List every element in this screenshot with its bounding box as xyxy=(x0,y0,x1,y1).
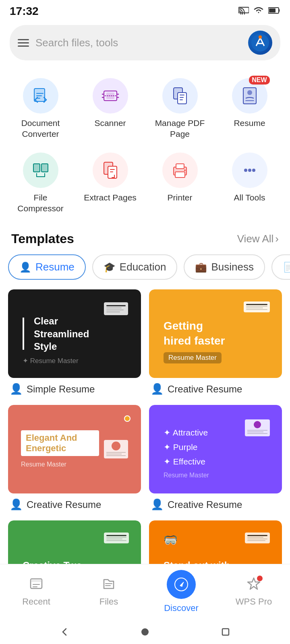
nav-wps-pro[interactable]: WPS Pro xyxy=(230,576,278,607)
tab-resume[interactable]: 👤 Resume xyxy=(8,254,86,280)
doc-converter-label: DocumentConverter xyxy=(21,118,60,140)
tool-resume[interactable]: NEW Resume xyxy=(215,72,284,145)
tool-printer[interactable]: Printer xyxy=(146,147,214,220)
search-placeholder: Search files, tools xyxy=(35,37,242,49)
business-tab-icon: 💼 xyxy=(195,262,207,273)
category-tabs: 👤 Resume 🎓 Education 💼 Business 📄 Letter xyxy=(0,254,290,289)
nav-discover[interactable]: Discover xyxy=(157,570,205,613)
template-name-creative-2: Creative Resume xyxy=(27,499,101,510)
svg-rect-12 xyxy=(178,93,186,104)
template-creative-resume-2[interactable]: Elegant And Energetic Resume Master xyxy=(8,405,141,512)
recent-icon xyxy=(29,576,44,594)
templates-title: Templates xyxy=(11,231,74,246)
education-tab-label: Education xyxy=(120,261,166,273)
resume-tab-label: Resume xyxy=(35,261,75,273)
discover-center-icon xyxy=(167,570,196,599)
svg-point-27 xyxy=(184,169,186,171)
tool-file-compressor[interactable]: FileCompressor xyxy=(6,147,75,220)
template-creative-resume-3[interactable]: ✦ Attractive ✦ Purple ✦ Effective Resume… xyxy=(149,405,282,512)
back-button[interactable] xyxy=(56,623,73,641)
resume-tab-icon: 👤 xyxy=(19,262,31,273)
status-icons xyxy=(238,6,280,17)
menu-button[interactable] xyxy=(18,39,29,47)
svg-rect-16 xyxy=(33,164,40,172)
manage-pdf-label: Manage PDFPage xyxy=(155,118,205,140)
bottom-nav: Recent Files Discover WPS xyxy=(0,564,290,620)
files-icon xyxy=(102,576,116,594)
template-simple-resume[interactable]: Clear Streamlined Style ✦ Resume Master xyxy=(8,289,141,397)
extract-pages-label: Extract Pages xyxy=(84,192,137,203)
battery-icon xyxy=(268,6,280,17)
svg-rect-25 xyxy=(175,172,185,178)
tool-extract-pages[interactable]: Extract Pages xyxy=(76,147,144,220)
tool-scanner[interactable]: Scanner xyxy=(76,72,144,145)
svg-rect-26 xyxy=(176,164,184,169)
business-tab-label: Business xyxy=(211,261,254,273)
svg-rect-36 xyxy=(222,629,229,635)
svg-rect-2 xyxy=(269,8,276,12)
file-compressor-label: FileCompressor xyxy=(17,192,63,214)
tool-doc-converter[interactable]: DocumentConverter xyxy=(6,72,75,145)
svg-rect-32 xyxy=(31,579,42,582)
app-logo xyxy=(248,31,272,55)
tools-grid: DocumentConverter Scanner xyxy=(0,68,290,227)
wps-pro-label: WPS Pro xyxy=(236,597,272,607)
home-button[interactable] xyxy=(136,623,154,641)
recent-label: Recent xyxy=(22,597,50,607)
status-time: 17:32 xyxy=(10,5,39,18)
template-name-creative-1: Creative Resume xyxy=(168,384,242,395)
svg-point-35 xyxy=(141,628,149,636)
template-user-icon: 👤 xyxy=(10,383,23,395)
template-name-creative-3: Creative Resume xyxy=(168,499,242,510)
templates-header: Templates View All › xyxy=(0,227,290,254)
wifi-icon xyxy=(253,6,264,17)
resume-icon-wrap: NEW xyxy=(232,78,267,114)
tool-all-tools[interactable]: All Tools xyxy=(215,147,284,220)
manage-pdf-icon-wrap xyxy=(162,78,198,114)
scanner-label: Scanner xyxy=(94,118,126,128)
education-tab-icon: 🎓 xyxy=(104,262,116,273)
system-nav xyxy=(0,620,290,644)
tab-letter[interactable]: 📄 Letter xyxy=(271,254,290,280)
view-all-button[interactable]: View All › xyxy=(237,233,279,245)
new-badge: NEW xyxy=(249,76,269,85)
svg-point-28 xyxy=(244,169,247,172)
svg-point-29 xyxy=(248,169,251,172)
printer-label: Printer xyxy=(168,192,193,203)
printer-icon-wrap xyxy=(162,153,198,188)
search-bar[interactable]: Search files, tools xyxy=(10,25,280,60)
resume-label: Resume xyxy=(234,118,265,128)
tab-business[interactable]: 💼 Business xyxy=(184,254,265,280)
wps-pro-icon-wrap xyxy=(246,576,261,594)
nav-files[interactable]: Files xyxy=(85,576,133,607)
svg-point-15 xyxy=(247,90,252,95)
file-compressor-icon-wrap xyxy=(23,153,58,188)
discover-label: Discover xyxy=(164,603,199,613)
extract-pages-icon-wrap xyxy=(93,153,128,188)
recent-apps-button[interactable] xyxy=(217,623,234,641)
svg-point-30 xyxy=(252,169,255,172)
template-name-simple: Simple Resume xyxy=(27,384,95,395)
files-label: Files xyxy=(99,597,118,607)
template-user-icon-2: 👤 xyxy=(151,383,164,395)
status-bar: 17:32 xyxy=(0,0,290,21)
all-tools-label: All Tools xyxy=(234,192,265,203)
doc-converter-icon-wrap xyxy=(23,78,58,114)
template-user-icon-4: 👤 xyxy=(151,498,164,511)
template-user-icon-3: 👤 xyxy=(10,498,23,511)
wps-pro-notification-dot xyxy=(257,576,263,581)
letter-tab-icon: 📄 xyxy=(283,262,290,273)
all-tools-icon-wrap xyxy=(232,153,267,188)
tab-education[interactable]: 🎓 Education xyxy=(92,254,178,280)
cast-icon xyxy=(238,6,249,17)
scanner-icon-wrap xyxy=(93,78,128,114)
tool-manage-pdf[interactable]: Manage PDFPage xyxy=(146,72,214,145)
svg-rect-17 xyxy=(41,164,48,172)
svg-point-4 xyxy=(259,35,262,39)
template-creative-resume-1[interactable]: Gettinghired faster Resume Master 👤 Crea… xyxy=(149,289,282,397)
nav-recent[interactable]: Recent xyxy=(12,576,60,607)
